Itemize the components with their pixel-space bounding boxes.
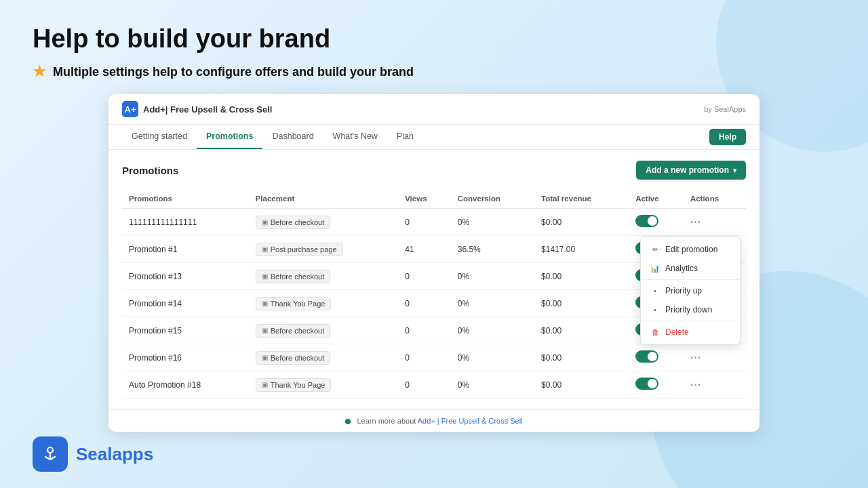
app-header: A+ Add+| Free Upsell & Cross Sell by Sea… <box>108 94 760 125</box>
cell-name: 111111111111111 <box>122 209 249 236</box>
cell-placement: ▣ Before checkout <box>249 344 398 371</box>
menu-item-edit[interactable]: ✏ Edit promotion <box>641 240 740 259</box>
tab-plan[interactable]: Plan <box>387 125 423 149</box>
table-row: Promotion #16 ▣ Before checkout 0 0% $0.… <box>122 344 746 371</box>
cell-revenue: $0.00 <box>534 290 629 317</box>
cell-placement: ▣ Thank You Page <box>249 371 398 399</box>
cell-active <box>629 209 684 236</box>
cell-views: 0 <box>398 317 451 344</box>
col-actions: Actions <box>684 189 746 209</box>
cell-name: Promotion #1 <box>122 236 249 263</box>
chevron-down-icon: ▾ <box>733 167 736 174</box>
app-logo: A+ Add+| Free Upsell & Cross Sell <box>122 101 272 117</box>
app-logo-icon: A+ <box>122 101 138 117</box>
placement-icon: ▣ <box>262 218 268 226</box>
analytics-icon: 📊 <box>650 264 660 273</box>
actions-menu-trigger[interactable]: ··· <box>690 352 701 363</box>
col-placement: Placement <box>249 189 398 209</box>
cell-views: 0 <box>398 344 451 371</box>
cell-views: 0 <box>398 371 451 399</box>
placement-icon: ▣ <box>262 272 268 280</box>
hero-title: Help to build your brand <box>33 24 835 54</box>
cell-revenue: $0.00 <box>534 209 629 236</box>
arrow-down-icon: • <box>650 306 660 314</box>
active-toggle[interactable] <box>635 350 658 363</box>
cell-active <box>629 371 684 399</box>
cell-placement: ▣ Post purchase page <box>249 236 398 263</box>
placement-icon: ▣ <box>262 381 268 388</box>
cell-views: 41 <box>398 236 451 263</box>
cell-views: 0 <box>398 263 451 290</box>
cell-conversion: 0% <box>451 371 534 399</box>
app-header-right: by SealApps <box>704 105 746 113</box>
cell-conversion: 36.5% <box>451 236 534 263</box>
promotions-title: Promotions <box>122 165 178 176</box>
cell-name: Promotion #13 <box>122 263 249 290</box>
table-row: Auto Promotion #18 ▣ Thank You Page 0 0%… <box>122 371 746 399</box>
cell-name: Auto Promotion #18 <box>122 371 249 399</box>
app-logo-text: Add+| Free Upsell & Cross Sell <box>143 104 272 115</box>
active-toggle[interactable] <box>635 378 658 390</box>
help-button[interactable]: Help <box>709 129 746 145</box>
actions-menu-trigger[interactable]: ··· <box>690 379 701 390</box>
cell-views: 0 <box>398 209 451 236</box>
star-icon: ★ <box>33 63 46 81</box>
cell-name: Promotion #14 <box>122 290 249 317</box>
app-nav: Getting started Promotions Dashboard Wha… <box>108 125 760 150</box>
placement-icon: ▣ <box>262 300 268 307</box>
table-row: 111111111111111 ▣ Before checkout 0 0% $… <box>122 209 746 236</box>
cell-placement: ▣ Before checkout <box>249 317 398 344</box>
app-content: Promotions Add a new promotion ▾ Promoti… <box>108 150 760 409</box>
cell-actions: ··· <box>684 344 746 371</box>
tab-promotions[interactable]: Promotions <box>197 125 262 149</box>
cell-conversion: 0% <box>451 344 534 371</box>
trash-icon: 🗑 <box>650 328 660 336</box>
col-revenue: Total revenue <box>534 189 629 209</box>
tab-dashboard[interactable]: Dashboard <box>262 125 323 149</box>
cell-views: 0 <box>398 290 451 317</box>
cell-placement: ▣ Thank You Page <box>249 290 398 317</box>
tab-getting-started[interactable]: Getting started <box>122 125 197 149</box>
context-menu: ✏ Edit promotion 📊 Analytics • Priority … <box>640 237 741 345</box>
cell-actions: ··· <box>684 371 746 399</box>
cell-conversion: 0% <box>451 317 534 344</box>
cell-placement: ▣ Before checkout <box>249 209 398 236</box>
cell-revenue: $0.00 <box>534 344 629 371</box>
app-footer: Learn more about Add+ | Free Upsell & Cr… <box>108 409 760 432</box>
promotions-header: Promotions Add a new promotion ▾ <box>122 161 746 180</box>
cell-revenue: $0.00 <box>534 263 629 290</box>
col-active: Active <box>629 189 684 209</box>
menu-item-analytics[interactable]: 📊 Analytics <box>641 259 740 278</box>
menu-item-priority-down[interactable]: • Priority down <box>641 300 740 319</box>
col-conversion: Conversion <box>451 189 534 209</box>
cell-conversion: 0% <box>451 209 534 236</box>
cell-name: Promotion #15 <box>122 317 249 344</box>
cell-conversion: 0% <box>451 263 534 290</box>
hero-subtitle: ★ Multiple settings help to configure of… <box>33 63 835 81</box>
arrow-up-icon: • <box>650 287 660 295</box>
nav-tabs: Getting started Promotions Dashboard Wha… <box>122 125 423 149</box>
cell-active <box>629 344 684 371</box>
footer-link[interactable]: Add+ | Free Upsell & Cross Sell <box>418 417 523 425</box>
cell-conversion: 0% <box>451 290 534 317</box>
cell-actions: ··· <box>684 209 746 236</box>
tab-whats-new[interactable]: What's New <box>323 125 387 149</box>
footer-text: Learn more about <box>357 417 417 425</box>
cell-revenue: $1417.00 <box>534 236 629 263</box>
menu-item-priority-up[interactable]: • Priority up <box>641 281 740 300</box>
actions-menu-trigger[interactable]: ··· <box>690 216 701 228</box>
svg-point-0 <box>47 447 53 453</box>
cell-placement: ▣ Before checkout <box>249 263 398 290</box>
edit-icon: ✏ <box>650 245 660 254</box>
app-window: A+ Add+| Free Upsell & Cross Sell by Sea… <box>108 94 760 432</box>
cell-revenue: $0.00 <box>534 371 629 399</box>
add-promotion-button[interactable]: Add a new promotion ▾ <box>636 161 746 180</box>
placement-icon: ▣ <box>262 354 268 361</box>
menu-item-delete[interactable]: 🗑 Delete <box>641 323 740 342</box>
cell-name: Promotion #16 <box>122 344 249 371</box>
cell-revenue: $0.00 <box>534 317 629 344</box>
footer-dot <box>345 419 351 424</box>
placement-icon: ▣ <box>262 327 268 334</box>
placement-icon: ▣ <box>262 245 268 253</box>
active-toggle[interactable] <box>635 215 658 227</box>
